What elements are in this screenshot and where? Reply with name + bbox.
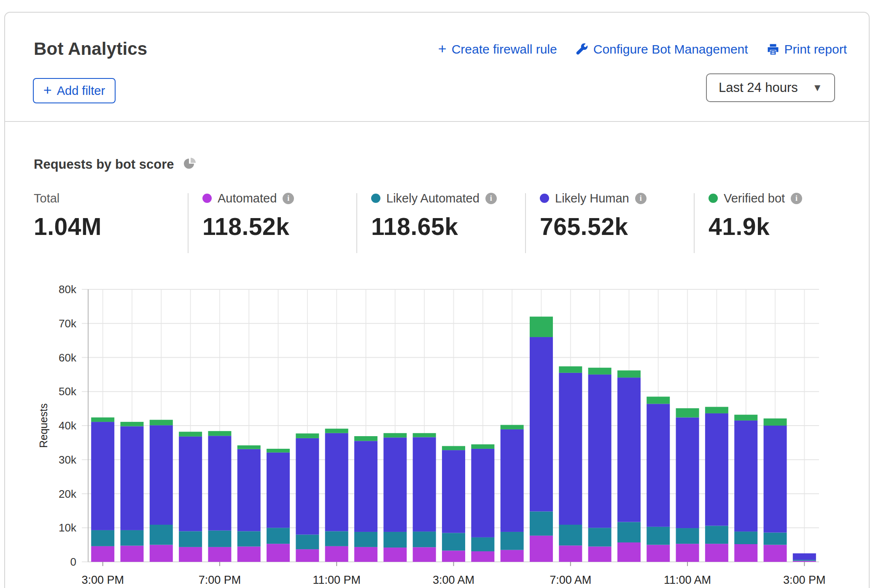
info-icon[interactable]: i <box>635 193 647 204</box>
printer-icon <box>767 43 779 56</box>
svg-text:3:00 PM: 3:00 PM <box>81 574 124 586</box>
summary-automated[interactable]: Automated i 118.52k <box>202 190 294 240</box>
time-range-value: Last 24 hours <box>719 80 798 95</box>
svg-text:11:00 PM: 11:00 PM <box>313 574 361 586</box>
svg-text:3:00 PM: 3:00 PM <box>783 574 826 586</box>
wrench-icon <box>576 43 588 56</box>
summary-divider <box>188 193 189 253</box>
likely-automated-value: 118.65k <box>371 213 497 240</box>
likely-automated-label: Likely Automated <box>386 192 480 205</box>
info-icon[interactable]: i <box>283 193 294 204</box>
svg-text:0: 0 <box>70 556 76 568</box>
section-title-row: Requests by bot score <box>34 157 197 172</box>
svg-text:7:00 PM: 7:00 PM <box>199 574 241 586</box>
summary-divider <box>694 193 695 253</box>
summary-likely-human[interactable]: Likely Human i 765.52k <box>540 190 647 240</box>
header-actions: + Create firewall rule Configure Bot Man… <box>438 42 847 57</box>
create-firewall-rule-link[interactable]: + Create firewall rule <box>438 42 557 57</box>
summary-row: Total 1.04M Automated i 118.52k Likely A… <box>5 190 869 262</box>
svg-text:50k: 50k <box>59 385 77 398</box>
pie-chart-icon <box>183 157 197 172</box>
summary-verified-bot[interactable]: Verified bot i 41.9k <box>709 190 802 240</box>
svg-text:30k: 30k <box>59 453 77 466</box>
verified-bot-value: 41.9k <box>709 213 802 240</box>
automated-legend-dot <box>202 194 212 203</box>
verified-bot-legend-dot <box>709 194 718 203</box>
summary-divider <box>525 193 526 253</box>
svg-text:10k: 10k <box>59 521 77 534</box>
requests-by-bot-score-chart: 010k20k30k40k50k60k70k80k3:00 PM7:00 PM1… <box>5 266 873 588</box>
svg-text:20k: 20k <box>59 488 77 500</box>
total-value: 1.04M <box>34 213 102 240</box>
likely-human-label: Likely Human <box>555 192 629 205</box>
likely-human-value: 765.52k <box>540 213 647 240</box>
svg-text:11:00 AM: 11:00 AM <box>664 574 711 586</box>
section-title: Requests by bot score <box>34 157 174 172</box>
info-icon[interactable]: i <box>485 193 497 204</box>
bot-analytics-card: Bot Analytics + Create firewall rule Con… <box>4 12 870 588</box>
chevron-down-icon: ▼ <box>812 82 822 94</box>
add-filter-label: Add filter <box>57 84 105 98</box>
print-report-label: Print report <box>784 42 847 57</box>
print-report-link[interactable]: Print report <box>767 42 847 57</box>
svg-text:40k: 40k <box>59 419 77 432</box>
summary-divider <box>356 193 357 253</box>
svg-text:70k: 70k <box>59 317 77 330</box>
automated-value: 118.52k <box>202 213 294 240</box>
bot-analytics-page: Bot Analytics + Create firewall rule Con… <box>0 0 873 588</box>
likely-automated-legend-dot <box>371 194 380 203</box>
svg-text:60k: 60k <box>59 351 77 364</box>
info-icon[interactable]: i <box>791 193 802 204</box>
add-filter-button[interactable]: + Add filter <box>33 78 116 103</box>
page-title: Bot Analytics <box>34 39 147 59</box>
time-range-dropdown[interactable]: Last 24 hours ▼ <box>706 73 835 102</box>
summary-likely-automated[interactable]: Likely Automated i 118.65k <box>371 190 497 240</box>
verified-bot-label: Verified bot <box>724 192 785 205</box>
header-separator <box>5 121 869 122</box>
likely-human-legend-dot <box>540 194 549 203</box>
summary-total: Total 1.04M <box>34 190 102 240</box>
configure-bot-management-label: Configure Bot Management <box>593 42 748 57</box>
svg-text:80k: 80k <box>59 283 77 296</box>
configure-bot-management-link[interactable]: Configure Bot Management <box>576 42 748 57</box>
create-firewall-rule-label: Create firewall rule <box>452 42 557 57</box>
automated-label: Automated <box>218 192 277 205</box>
svg-text:3:00 AM: 3:00 AM <box>433 574 474 586</box>
total-label: Total <box>34 192 59 205</box>
svg-text:Requests: Requests <box>38 403 49 448</box>
plus-icon: + <box>438 41 447 56</box>
plus-icon: + <box>43 83 52 97</box>
svg-text:7:00 AM: 7:00 AM <box>550 574 591 586</box>
